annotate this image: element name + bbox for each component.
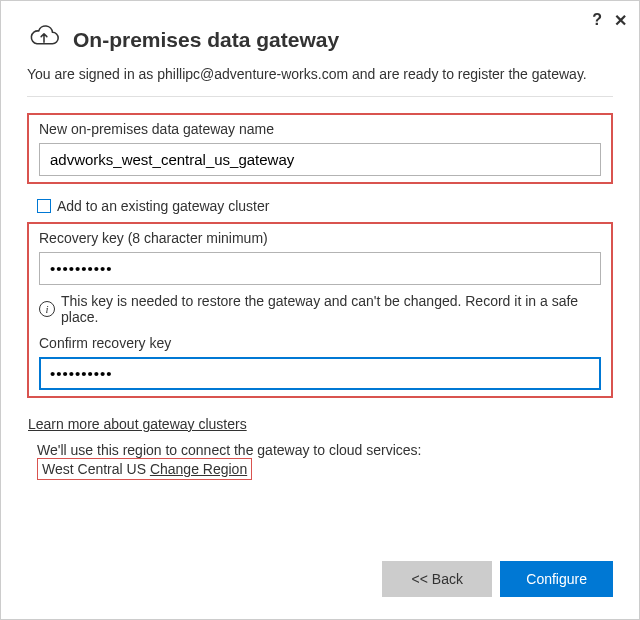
help-icon[interactable]: ? bbox=[592, 11, 602, 30]
gateway-name-label: New on-premises data gateway name bbox=[39, 121, 601, 137]
divider bbox=[27, 96, 613, 97]
region-name: West Central US bbox=[42, 461, 146, 477]
page-title: On-premises data gateway bbox=[73, 28, 339, 52]
add-cluster-checkbox[interactable] bbox=[37, 199, 51, 213]
confirm-key-input[interactable] bbox=[39, 357, 601, 390]
recovery-info-text: This key is needed to restore the gatewa… bbox=[61, 293, 601, 325]
confirm-key-label: Confirm recovery key bbox=[39, 335, 601, 351]
back-button[interactable]: << Back bbox=[382, 561, 492, 597]
recovery-key-section: Recovery key (8 character minimum) i Thi… bbox=[27, 222, 613, 398]
gateway-name-input[interactable] bbox=[39, 143, 601, 176]
signed-in-text: You are signed in as phillipc@adventure-… bbox=[1, 66, 639, 96]
close-icon[interactable]: ✕ bbox=[614, 11, 627, 30]
cloud-gateway-icon bbox=[27, 21, 61, 58]
info-icon: i bbox=[39, 301, 55, 317]
change-region-link[interactable]: Change Region bbox=[150, 461, 247, 477]
gateway-name-section: New on-premises data gateway name bbox=[27, 113, 613, 184]
region-text: We'll use this region to connect the gat… bbox=[27, 432, 613, 480]
recovery-key-input[interactable] bbox=[39, 252, 601, 285]
learn-more-link[interactable]: Learn more about gateway clusters bbox=[28, 416, 247, 432]
configure-button[interactable]: Configure bbox=[500, 561, 613, 597]
add-cluster-label: Add to an existing gateway cluster bbox=[57, 198, 269, 214]
recovery-key-label: Recovery key (8 character minimum) bbox=[39, 230, 601, 246]
